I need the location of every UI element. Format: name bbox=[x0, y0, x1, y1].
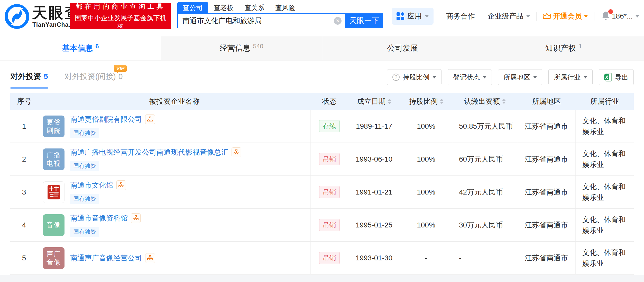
search-input[interactable] bbox=[178, 17, 334, 25]
row-number: 1 bbox=[22, 122, 26, 130]
chevron-down-icon bbox=[584, 15, 588, 17]
nav-biz-label: 商务合作 bbox=[446, 11, 475, 21]
company-avatar bbox=[43, 181, 65, 203]
subscribed-capital: 60万元人民币 bbox=[459, 154, 503, 164]
nav-enterprise-label: 企业级产品 bbox=[487, 11, 523, 21]
investment-section-header: 对外投资 5 对外投资(间接) 0 VIP 持股比例登记状态所属地区所属行业 导… bbox=[10, 68, 634, 90]
company-info: 南通广播电视经营开发公司南通现代影视音像总汇国有独资 bbox=[70, 147, 241, 171]
company-link[interactable]: 南通声广音像经营公司 bbox=[70, 253, 142, 263]
tab-count: 5 bbox=[44, 72, 48, 81]
company-name-line: 南通市音像资料馆 bbox=[70, 213, 141, 223]
filter-button-2[interactable]: 所属地区 bbox=[498, 69, 542, 85]
cell-region: 江苏省南通市 bbox=[517, 110, 576, 143]
org-chart-icon[interactable] bbox=[145, 253, 155, 263]
nav-enterprise-link[interactable]: 企业级产品 bbox=[487, 11, 530, 21]
industry: 文化、体育和娱乐业 bbox=[582, 116, 627, 137]
established-date: 1989-11-17 bbox=[356, 122, 392, 130]
clear-icon[interactable] bbox=[334, 17, 342, 25]
filter-button-3[interactable]: 所属行业 bbox=[548, 69, 593, 85]
tab-outbound-investment[interactable]: 对外投资 5 bbox=[10, 71, 48, 89]
status-badge: 吊销 bbox=[319, 219, 340, 231]
cell-status: 存续 bbox=[311, 110, 348, 143]
column-label: 成立日期 bbox=[357, 96, 386, 106]
chevron-down-icon bbox=[584, 76, 587, 78]
cell-amount: - bbox=[452, 242, 517, 274]
sort-icon[interactable] bbox=[440, 99, 444, 104]
cell-ratio: 100% bbox=[400, 143, 452, 175]
tab-indirect-investment[interactable]: 对外投资(间接) 0 VIP bbox=[65, 71, 123, 89]
sort-icon[interactable] bbox=[388, 99, 391, 104]
ownership-tag: 国有独资 bbox=[70, 227, 99, 237]
cell-ratio: 100% bbox=[400, 110, 452, 143]
column-header-3[interactable]: 成立日期 bbox=[348, 96, 400, 106]
company-link[interactable]: 南通市文化馆 bbox=[70, 180, 113, 190]
search-area: 查公司查老板查关系查风险 天眼一下 bbox=[177, 2, 383, 28]
cell-industry: 文化、体育和娱乐业 bbox=[576, 209, 634, 241]
nav-account[interactable]: 186*... bbox=[612, 12, 639, 20]
cell-date: 1995-01-25 bbox=[348, 209, 400, 241]
cell-company: 南通市文化馆国有独资 bbox=[38, 176, 311, 208]
cell-index: 3 bbox=[10, 176, 38, 208]
established-date: 1995-01-25 bbox=[356, 221, 392, 229]
company-info: 南通更俗剧院有限公司国有独资 bbox=[70, 114, 155, 138]
cell-region: 江苏省南通市 bbox=[517, 176, 576, 208]
main-tab-1[interactable]: 经营信息540 bbox=[161, 36, 322, 60]
export-button[interactable]: 导出 bbox=[599, 69, 634, 85]
nav-biz-link[interactable]: 商务合作 bbox=[446, 11, 475, 21]
company-info: 南通市文化馆国有独资 bbox=[70, 180, 126, 204]
spacer bbox=[481, 12, 481, 21]
avatar-line: 广播 bbox=[47, 151, 61, 159]
search-tab-2[interactable]: 查关系 bbox=[239, 2, 270, 13]
bell-icon[interactable] bbox=[601, 10, 612, 22]
top-header: 天眼查 TianYanCha.com 都在用的商业查询工具 国家中小企业发展子基… bbox=[0, 0, 644, 32]
search-tab-3[interactable]: 查风险 bbox=[270, 2, 301, 13]
sort-icon[interactable] bbox=[502, 99, 506, 104]
company-link[interactable]: 南通更俗剧院有限公司 bbox=[70, 114, 142, 124]
nav-apps-button[interactable]: 应用 bbox=[392, 8, 434, 25]
avatar-line: 更俗 bbox=[47, 118, 61, 126]
chevron-down-icon bbox=[533, 76, 537, 78]
org-chart-icon[interactable] bbox=[116, 180, 126, 190]
cell-status: 吊销 bbox=[311, 242, 348, 274]
company-info: 南通市音像资料馆国有独资 bbox=[70, 213, 141, 237]
org-chart-icon[interactable] bbox=[131, 213, 141, 223]
row-number: 4 bbox=[22, 221, 26, 229]
column-label: 状态 bbox=[322, 96, 337, 106]
tab-label: 对外投资 bbox=[10, 71, 41, 82]
main-tab-2[interactable]: 公司发展 bbox=[322, 36, 483, 60]
column-label: 认缴出资额 bbox=[464, 96, 500, 106]
cell-region: 江苏省南通市 bbox=[517, 143, 576, 175]
main-tab-3[interactable]: 知识产权1 bbox=[483, 36, 644, 60]
cell-date: 1993-01-30 bbox=[348, 242, 400, 274]
cell-company: 更俗剧院南通更俗剧院有限公司国有独资 bbox=[38, 110, 311, 143]
column-header-5[interactable]: 认缴出资额 bbox=[452, 96, 517, 106]
company-link[interactable]: 南通市音像资料馆 bbox=[70, 213, 128, 223]
cell-status: 吊销 bbox=[311, 143, 348, 175]
nav-apps-label: 应用 bbox=[407, 11, 422, 21]
main-tabs: 基本信息6经营信息540公司发展知识产权1 bbox=[0, 36, 644, 60]
column-label: 持股比例 bbox=[409, 96, 438, 106]
cell-industry: 文化、体育和娱乐业 bbox=[576, 110, 634, 143]
org-chart-icon[interactable] bbox=[145, 114, 155, 124]
investment-table: 序号被投资企业名称状态成立日期持股比例认缴出资额所属地区所属行业 1更俗剧院南通… bbox=[10, 93, 634, 275]
org-chart-icon[interactable] bbox=[232, 147, 241, 157]
company-name-line: 南通更俗剧院有限公司 bbox=[70, 114, 155, 124]
region: 江苏省南通市 bbox=[525, 187, 568, 197]
filter-button-0[interactable]: 持股比例 bbox=[387, 69, 441, 85]
search-tab-1[interactable]: 查老板 bbox=[208, 2, 239, 13]
search-button[interactable]: 天眼一下 bbox=[346, 13, 383, 28]
company-link[interactable]: 南通广播电视经营开发公司南通现代影视音像总汇 bbox=[70, 147, 228, 157]
nav-member-link[interactable]: 开通会员 bbox=[543, 11, 588, 21]
subscribed-capital: 42万元人民币 bbox=[459, 187, 503, 197]
company-avatar: 声广音像 bbox=[43, 247, 65, 269]
help-icon bbox=[392, 74, 400, 81]
main-tab-label: 基本信息 bbox=[62, 43, 93, 54]
search-tab-0[interactable]: 查公司 bbox=[177, 2, 208, 13]
shareholding-ratio: 100% bbox=[417, 122, 435, 130]
column-header-4[interactable]: 持股比例 bbox=[400, 96, 452, 106]
filter-button-1[interactable]: 登记状态 bbox=[448, 69, 492, 85]
industry: 文化、体育和娱乐业 bbox=[582, 247, 627, 269]
main-tab-0[interactable]: 基本信息6 bbox=[0, 36, 161, 60]
divider bbox=[440, 12, 440, 21]
cell-index: 1 bbox=[10, 110, 38, 143]
